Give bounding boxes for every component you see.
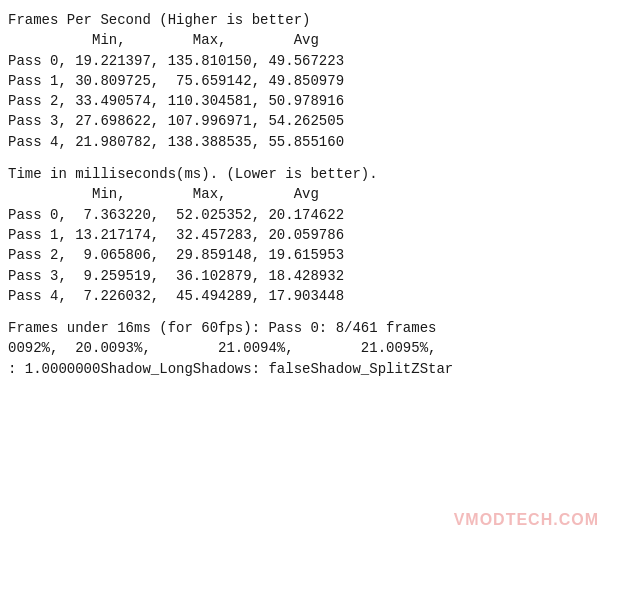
- ms-row-3: Pass 3, 9.259519, 36.102879, 18.428932: [8, 266, 621, 286]
- fps-section: Frames Per Second (Higher is better) Min…: [8, 10, 621, 152]
- fps-row-3: Pass 3, 27.698622, 107.996971, 54.262505: [8, 111, 621, 131]
- ms-row-2: Pass 2, 9.065806, 29.859148, 19.615953: [8, 245, 621, 265]
- ms-row-4: Pass 4, 7.226032, 45.494289, 17.903448: [8, 286, 621, 306]
- fps-title: Frames Per Second (Higher is better): [8, 10, 621, 30]
- ms-row-1: Pass 1, 13.217174, 32.457283, 20.059786: [8, 225, 621, 245]
- watermark-text: VMODTECH.COM: [454, 511, 599, 529]
- fps-row-1: Pass 1, 30.809725, 75.659142, 49.850979: [8, 71, 621, 91]
- fps-row-2: Pass 2, 33.490574, 110.304581, 50.978916: [8, 91, 621, 111]
- frames-line-2: : 1.0000000Shadow_LongShadows: falseShad…: [8, 359, 621, 379]
- main-content: Frames Per Second (Higher is better) Min…: [0, 0, 629, 401]
- frames-line-0: Frames under 16ms (for 60fps): Pass 0: 8…: [8, 318, 621, 338]
- ms-title: Time in milliseconds(ms). (Lower is bett…: [8, 164, 621, 184]
- ms-header: Min, Max, Avg: [8, 184, 621, 204]
- ms-section: Time in milliseconds(ms). (Lower is bett…: [8, 164, 621, 306]
- fps-row-4: Pass 4, 21.980782, 138.388535, 55.855160: [8, 132, 621, 152]
- fps-row-0: Pass 0, 19.221397, 135.810150, 49.567223: [8, 51, 621, 71]
- ms-row-0: Pass 0, 7.363220, 52.025352, 20.174622: [8, 205, 621, 225]
- frames-section: Frames under 16ms (for 60fps): Pass 0: 8…: [8, 318, 621, 379]
- frames-line-1: 0092%, 20.0093%, 21.0094%, 21.0095%,: [8, 338, 621, 358]
- fps-header: Min, Max, Avg: [8, 30, 621, 50]
